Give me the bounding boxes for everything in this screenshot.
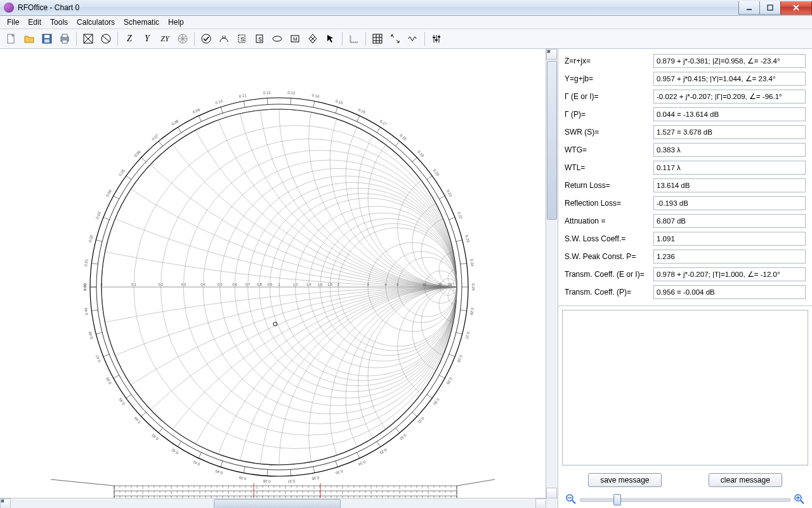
new-file-icon[interactable] [3, 30, 20, 48]
svg-point-187 [412, 198, 501, 287]
svg-text:0.04: 0.04 [105, 189, 112, 197]
svg-text:0.14: 0.14 [311, 93, 320, 98]
readout-value[interactable]: 0.956 = -0.004 dB [653, 285, 806, 299]
menu-help[interactable]: Help [164, 17, 188, 27]
readout-row: Γ (P)=0.044 = -13.614 dB [565, 107, 806, 121]
save-icon[interactable] [38, 30, 56, 48]
svg-line-31 [91, 264, 98, 264]
readout-label: Attnuation = [565, 217, 653, 225]
vertical-scrollbar[interactable] [546, 49, 558, 498]
svg-text:0.30: 0.30 [433, 398, 440, 406]
svg-line-77 [461, 264, 467, 264]
waveform-icon[interactable] [404, 30, 422, 48]
readout-value[interactable]: 0.879 + j*-0.381; |Z|=0.958, ∠= -23.4° [653, 54, 806, 68]
menu-calculators[interactable]: Calculators [72, 17, 119, 27]
scroll-down-icon[interactable] [546, 488, 557, 498]
toolbar: Z Y ZY ω S S M [0, 29, 812, 49]
cursor-arrow-icon[interactable] [322, 30, 339, 48]
svg-text:0.22: 0.22 [457, 211, 463, 220]
svg-text:S: S [240, 36, 244, 43]
svg-line-55 [291, 98, 291, 105]
horizontal-scrollbar[interactable] [0, 498, 546, 508]
save-message-button[interactable]: save message [588, 473, 661, 487]
readout-value[interactable]: 1.091 [653, 232, 806, 246]
zoom-slider[interactable] [580, 493, 790, 505]
svg-line-123 [103, 354, 109, 357]
svg-line-71 [439, 196, 445, 199]
zoom-out-icon[interactable] [566, 494, 576, 504]
svg-point-183 [368, 109, 546, 287]
svg-text:0.03: 0.03 [95, 211, 102, 220]
readout-value[interactable]: 0.957 + j*0.415; |Y|=1.044, ∠= 23.4° [653, 72, 806, 86]
svg-text:0.46: 0.46 [105, 376, 112, 385]
svg-text:0.31: 0.31 [417, 416, 425, 424]
svg-text:0.28: 0.28 [457, 354, 463, 363]
svg-text:0.38: 0.38 [263, 479, 271, 483]
svg-point-177 [330, 49, 547, 287]
zoom-in-icon[interactable] [794, 494, 804, 504]
zy-label-icon[interactable]: ZY [156, 30, 174, 48]
minimize-button[interactable] [738, 1, 760, 15]
readout-value[interactable]: 6.807 dB [653, 214, 806, 228]
svg-text:1.4: 1.4 [306, 283, 311, 286]
smith-y-chart-icon[interactable] [97, 30, 115, 48]
close-button[interactable] [780, 1, 812, 15]
readout-value[interactable]: 13.614 dB [653, 178, 806, 192]
diamond-x-icon[interactable] [304, 30, 322, 48]
m-box-icon[interactable]: M [286, 30, 304, 48]
print-icon[interactable] [56, 30, 74, 48]
readout-value[interactable]: -0.193 dB [653, 196, 806, 210]
open-folder-icon[interactable] [20, 30, 38, 48]
menu-schematic[interactable]: Schematic [119, 17, 164, 27]
readout-value[interactable]: 1.236 [653, 250, 806, 264]
svg-line-49 [221, 107, 223, 114]
svg-line-97 [357, 453, 360, 458]
svg-text:1.2: 1.2 [293, 283, 298, 286]
readout-value[interactable]: -0.022 + j*-0.207; |Γ|=0.209, ∠= -96.1° [653, 90, 806, 104]
svg-line-45 [178, 127, 181, 132]
smith-chart-canvas[interactable]: 0.000.010.020.030.040.050.060.070.080.09… [0, 49, 558, 508]
ruler-axes-icon[interactable] [345, 30, 363, 48]
readout-value[interactable]: 0.044 = -13.614 dB [653, 107, 806, 121]
svg-point-184 [368, 287, 546, 465]
readout-value[interactable]: 0.117 λ [653, 161, 806, 175]
svg-line-85 [449, 354, 455, 357]
z-label-icon[interactable]: Z [121, 30, 138, 48]
svg-text:4: 4 [384, 283, 386, 286]
readout-value[interactable]: 0.978 + j*-0.207; |T|=1.000, ∠= -12.0° [653, 267, 806, 281]
menu-edit[interactable]: Edit [23, 17, 46, 27]
scroll-right-icon[interactable] [535, 498, 546, 508]
svg-point-175 [309, 49, 547, 287]
angle-omega-icon[interactable]: ω [215, 30, 233, 48]
marker-check-icon[interactable] [197, 30, 215, 48]
svg-text:M: M [293, 36, 298, 42]
s-param-icon[interactable]: S [233, 30, 251, 48]
smith-z-chart-icon[interactable] [79, 30, 97, 48]
svg-text:0.09: 0.09 [192, 107, 201, 114]
readout-value[interactable]: 0.383 λ [653, 143, 806, 157]
menu-tools[interactable]: Tools [46, 17, 72, 27]
readout-value[interactable]: 1.527 = 3.678 dB [653, 125, 806, 139]
svg-line-65 [396, 141, 400, 146]
svg-text:0.10: 0.10 [215, 99, 224, 105]
clear-message-button[interactable]: clear message [709, 473, 782, 487]
svg-line-75 [456, 240, 462, 241]
y-label-icon[interactable]: Y [138, 30, 156, 48]
svg-point-170 [235, 287, 547, 498]
svg-line-37 [114, 196, 119, 199]
svg-line-33 [96, 240, 102, 241]
message-box[interactable] [562, 310, 808, 465]
s-box-icon[interactable]: S [251, 30, 268, 48]
grid-table-icon[interactable] [369, 30, 386, 48]
svg-text:0.39: 0.39 [239, 476, 247, 481]
readout-row: Reflection Loss=-0.193 dB [565, 196, 806, 210]
maximize-button[interactable] [759, 1, 781, 15]
menu-file[interactable]: File [3, 17, 23, 27]
ellipse-icon[interactable] [268, 30, 286, 48]
compass-icon[interactable] [174, 30, 192, 48]
readout-row: WTG=0.383 λ [565, 143, 806, 157]
svg-text:0.27: 0.27 [464, 331, 470, 340]
sliders-icon[interactable] [428, 30, 445, 48]
svg-line-57 [313, 101, 315, 107]
resize-arrows-icon[interactable] [386, 30, 404, 48]
